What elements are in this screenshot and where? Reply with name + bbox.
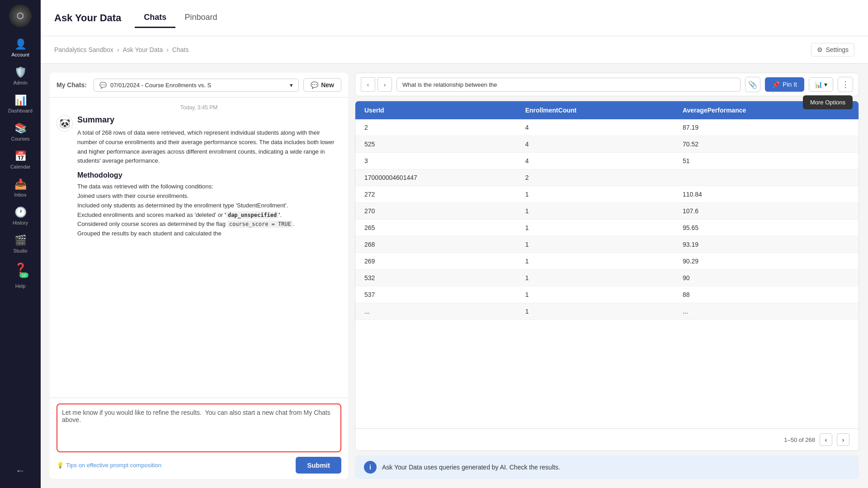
chevron-down-icon: ▾	[290, 82, 293, 89]
next-page-button[interactable]: ›	[837, 433, 849, 446]
tab-chats[interactable]: Chats	[135, 8, 175, 28]
sidebar-item-account[interactable]: 👤 Account	[0, 34, 41, 62]
cell-enrollment: 1	[516, 186, 674, 203]
breadcrumb-separator: ›	[117, 46, 119, 53]
cell-userid: 268	[355, 236, 516, 253]
prev-result-button[interactable]: ‹	[361, 77, 375, 92]
ai-notice: i Ask Your Data uses queries generated b…	[355, 455, 859, 479]
cell-userid: 265	[355, 220, 516, 236]
new-chat-button[interactable]: 💬 New	[303, 78, 341, 92]
sidebar-item-label: Studio	[13, 248, 27, 253]
next-result-button[interactable]: ›	[377, 77, 392, 92]
sidebar-item-label: Calendar	[10, 164, 31, 169]
query-bar: ‹ › 📎 📌 Pin It 📊 ▾ ⋮ More Options	[355, 73, 859, 96]
message-row: 🐼 Summary A total of 268 rows of data we…	[57, 115, 341, 239]
sidebar-item-label: Dashboard	[8, 108, 33, 113]
methodology-title: Methodology	[77, 171, 341, 179]
info-icon: i	[364, 461, 377, 474]
chat-selector-value: 07/01/2024 - Course Enrollments vs. S	[110, 82, 211, 89]
breadcrumb-item-chats[interactable]: Chats	[172, 46, 189, 53]
table-footer: 1–50 of 268 ‹ ›	[355, 428, 859, 450]
chat-toolbar: My Chats: 💬 07/01/2024 - Course Enrollme…	[50, 73, 348, 98]
clip-button[interactable]: 📎	[745, 77, 760, 92]
settings-label: Settings	[826, 46, 849, 53]
new-chat-icon: 💬	[311, 81, 318, 89]
message-timestamp: Today, 3:45 PM	[57, 104, 341, 111]
cell-enrollment: 1	[516, 203, 674, 220]
cell-enrollment: 1	[516, 303, 674, 320]
prev-page-button[interactable]: ‹	[820, 433, 832, 446]
sidebar-item-label: Inbox	[14, 192, 27, 197]
sidebar-item-help[interactable]: ❓ 10 Help	[0, 258, 41, 293]
table-row: 268 1 93.19	[355, 236, 859, 253]
sidebar-item-dashboard[interactable]: 📊 Dashboard	[0, 90, 41, 118]
settings-button[interactable]: ⚙ Settings	[811, 43, 854, 56]
summary-title: Summary	[77, 115, 341, 125]
chat-selector[interactable]: 💬 07/01/2024 - Course Enrollments vs. S …	[94, 79, 299, 92]
cell-performance: 107.6	[674, 203, 859, 220]
breadcrumb: Pandalytics Sandbox › Ask Your Data › Ch…	[54, 46, 189, 53]
more-options-dropdown: More Options	[803, 95, 853, 109]
query-input[interactable]	[396, 78, 741, 92]
cell-enrollment: 2	[516, 169, 674, 186]
chevron-down-icon: ▾	[824, 81, 827, 88]
sidebar-item-admin[interactable]: 🛡️ Admin	[0, 62, 41, 90]
cell-performance: 90	[674, 270, 859, 286]
sidebar-item-label: History	[13, 220, 28, 225]
sidebar-item-inbox[interactable]: 📥 Inbox	[0, 174, 41, 202]
courses-icon: 📚	[14, 122, 27, 134]
table-row: 525 4 70.52	[355, 136, 859, 153]
top-tabs: Chats Pinboard	[135, 8, 226, 28]
cell-userid: 532	[355, 270, 516, 286]
tips-link[interactable]: 💡 Tips on effective prompt composition	[57, 462, 161, 469]
help-badge: 10	[19, 272, 28, 278]
methodology-text: The data was retrieved with the followin…	[77, 182, 341, 239]
sidebar-item-calendar[interactable]: 📅 Calendar	[0, 146, 41, 174]
cell-enrollment: 1	[516, 236, 674, 253]
avatar: 🐼	[57, 115, 73, 131]
message-bubble: Summary A total of 268 rows of data were…	[77, 115, 341, 239]
pagination-info: 1–50 of 268	[784, 436, 815, 443]
cell-performance: 51	[674, 153, 859, 169]
sidebar-item-history[interactable]: 🕐 History	[0, 202, 41, 230]
input-box-wrapper	[57, 404, 341, 452]
table-row: ... 1 ...	[355, 303, 859, 320]
cell-userid: 272	[355, 186, 516, 203]
ellipsis-icon: ⋮	[841, 80, 849, 89]
breadcrumb-item-sandbox[interactable]: Pandalytics Sandbox	[54, 46, 113, 53]
sidebar-item-label: Help	[15, 283, 26, 289]
chat-bottom-row: 💡 Tips on effective prompt composition S…	[57, 457, 341, 474]
dashboard-icon: 📊	[14, 94, 27, 106]
ai-notice-text: Ask Your Data uses queries generated by …	[382, 464, 560, 471]
sidebar-item-label: Courses	[11, 136, 30, 141]
cell-userid: 270	[355, 203, 516, 220]
cell-performance: 70.52	[674, 136, 859, 153]
chat-panel: My Chats: 💬 07/01/2024 - Course Enrollme…	[50, 73, 348, 479]
sidebar-item-studio[interactable]: 🎬 Studio	[0, 230, 41, 258]
pin-button[interactable]: 📌 Pin It	[765, 77, 804, 92]
top-bar: Ask Your Data Chats Pinboard	[41, 0, 868, 36]
cell-userid: 2	[355, 119, 516, 136]
cell-performance: 95.65	[674, 220, 859, 236]
breadcrumb-item-ask[interactable]: Ask Your Data	[123, 46, 163, 53]
cell-userid: 525	[355, 136, 516, 153]
results-panel: ‹ › 📎 📌 Pin It 📊 ▾ ⋮ More Options	[355, 73, 859, 479]
data-table: UserId EnrollmentCount AveragePerformanc…	[355, 101, 859, 320]
history-icon: 🕐	[14, 206, 27, 218]
cell-enrollment: 1	[516, 220, 674, 236]
chart-type-button[interactable]: 📊 ▾	[809, 77, 833, 92]
tab-pinboard[interactable]: Pinboard	[175, 8, 226, 28]
data-table-container: UserId EnrollmentCount AveragePerformanc…	[355, 101, 859, 451]
chat-input[interactable]	[62, 409, 336, 445]
summary-text: A total of 268 rows of data were retriev…	[77, 128, 341, 166]
more-options-button[interactable]: ⋮ More Options	[838, 77, 853, 92]
table-row: 2 4 87.19	[355, 119, 859, 136]
chart-icon: 📊	[815, 81, 822, 88]
cell-userid: ...	[355, 303, 516, 320]
nav-back-button[interactable]: ←	[9, 458, 32, 483]
cell-performance	[674, 169, 859, 186]
submit-button[interactable]: Submit	[296, 457, 341, 474]
sidebar-item-label: Account	[11, 52, 29, 57]
cell-enrollment: 1	[516, 270, 674, 286]
sidebar-item-courses[interactable]: 📚 Courses	[0, 118, 41, 146]
